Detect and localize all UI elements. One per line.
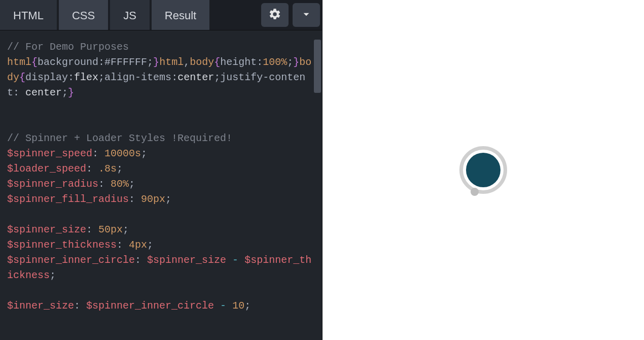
code-token: ,	[184, 56, 190, 68]
code-token: -	[226, 254, 244, 266]
code-token: $spinner_size	[7, 224, 86, 235]
tab-label: Result	[165, 9, 196, 22]
code-token: :	[86, 224, 92, 235]
gear-icon	[268, 8, 281, 23]
code-line: $spinner_fill_radius: 90px;	[7, 192, 315, 207]
code-token: :	[257, 56, 263, 68]
code-token: :	[92, 148, 98, 159]
code-blank	[7, 207, 315, 222]
tab-label: JS	[123, 9, 136, 22]
code-token: {	[31, 56, 38, 68]
tabbar-spacer	[211, 0, 259, 30]
code-token: .8s	[98, 163, 117, 175]
code-token: 80%	[111, 178, 129, 190]
code-token: :	[68, 72, 74, 83]
code-token: $spinner_speed	[7, 148, 92, 159]
code-token: -	[214, 300, 232, 312]
code-token: ;	[117, 163, 123, 175]
code-token: $spinner_size	[147, 254, 226, 266]
code-line: $spinner_size: 50px;	[7, 222, 315, 237]
code-token: ;	[165, 193, 171, 205]
code-line: html{background:#FFFFFF;}html,body{heigh…	[7, 55, 315, 100]
code-line: $spinner_thickness: 4px;	[7, 237, 315, 253]
code-token: height	[220, 56, 257, 68]
settings-button[interactable]	[261, 3, 289, 27]
tab-label: HTML	[13, 9, 44, 22]
code-token: $loader_speed	[7, 163, 86, 175]
code-line: $inner_size: $spinner_inner_circle - 10;	[7, 298, 315, 314]
code-token: :	[129, 193, 135, 205]
code-token: ;	[141, 148, 147, 159]
code-token: :	[117, 239, 123, 251]
code-editor[interactable]: // For Demo Purposes html{background:#FF…	[0, 30, 322, 340]
spinner-dot	[471, 188, 479, 196]
code-token: center	[19, 87, 62, 98]
tab-result[interactable]: Result	[152, 0, 209, 30]
code-token: }	[153, 56, 159, 68]
code-token: ;	[214, 72, 220, 83]
code-token: $spinner_fill_radius	[7, 193, 129, 205]
code-token: :	[13, 87, 19, 98]
code-token: :	[135, 254, 141, 266]
chevron-down-icon	[300, 8, 313, 23]
code-token: #FFFFFF	[104, 56, 147, 68]
code-token: ;	[147, 239, 153, 251]
code-token: $spinner_inner_circle	[86, 300, 214, 312]
code-token: ;	[50, 269, 56, 281]
code-token: 50px	[98, 224, 123, 235]
tab-label: CSS	[72, 9, 95, 22]
code-token: :	[171, 72, 177, 83]
code-token: center	[177, 72, 214, 83]
code-line: $spinner_speed: 10000s;	[7, 146, 315, 161]
code-token: background	[38, 56, 98, 68]
code-token: $spinner_thickness	[7, 239, 117, 251]
code-line: $spinner_inner_circle: $spinner_size - $…	[7, 253, 315, 283]
code-token: ;	[147, 56, 153, 68]
code-blank	[7, 283, 315, 298]
code-line: $loader_speed: .8s;	[7, 161, 315, 177]
code-token: 100%	[263, 56, 287, 68]
tab-css[interactable]: CSS	[59, 0, 108, 30]
code-token: ;	[287, 56, 293, 68]
code-token: display	[25, 72, 68, 83]
code-blank	[7, 116, 315, 131]
tab-js[interactable]: JS	[110, 0, 150, 30]
code-comment: // For Demo Purposes	[7, 41, 129, 53]
spinner-loader	[459, 146, 507, 194]
preview-panel	[322, 0, 644, 340]
code-line: // Spinner + Loader Styles !Required!	[7, 131, 315, 146]
code-token: 90px	[141, 193, 165, 205]
code-token: html	[7, 56, 31, 68]
code-token: 10000s	[104, 148, 141, 159]
code-token: }	[293, 56, 299, 68]
code-token: body	[190, 56, 214, 68]
code-token: $spinner_radius	[7, 178, 98, 190]
code-line: $spinner_radius: 80%;	[7, 177, 315, 192]
code-token: align-items	[104, 72, 171, 83]
code-token: 4px	[129, 239, 147, 251]
spinner-core	[466, 153, 500, 187]
code-token: :	[86, 163, 92, 175]
code-blank	[7, 100, 315, 116]
code-token: ;	[62, 87, 68, 98]
code-token: {	[214, 56, 220, 68]
code-token: }	[68, 87, 74, 98]
code-token: ;	[129, 178, 135, 190]
scrollbar-thumb[interactable]	[314, 40, 321, 93]
code-token: 10	[232, 300, 244, 312]
code-token: flex	[74, 72, 98, 83]
code-token: {	[19, 72, 25, 83]
code-token: :	[98, 178, 104, 190]
code-token: :	[74, 300, 80, 312]
code-token: :	[98, 56, 104, 68]
collapse-button[interactable]	[293, 3, 320, 27]
app-root: HTML CSS JS Result // For Demo Purposes …	[0, 0, 644, 340]
code-token: ;	[123, 224, 129, 235]
code-line: // For Demo Purposes	[7, 40, 315, 55]
tab-html[interactable]: HTML	[0, 0, 57, 30]
code-token: $spinner_inner_circle	[7, 254, 135, 266]
code-token: html	[159, 56, 184, 68]
code-token: ;	[244, 300, 251, 312]
code-token: ;	[98, 72, 104, 83]
code-comment: // Spinner + Loader Styles !Required!	[7, 132, 232, 144]
